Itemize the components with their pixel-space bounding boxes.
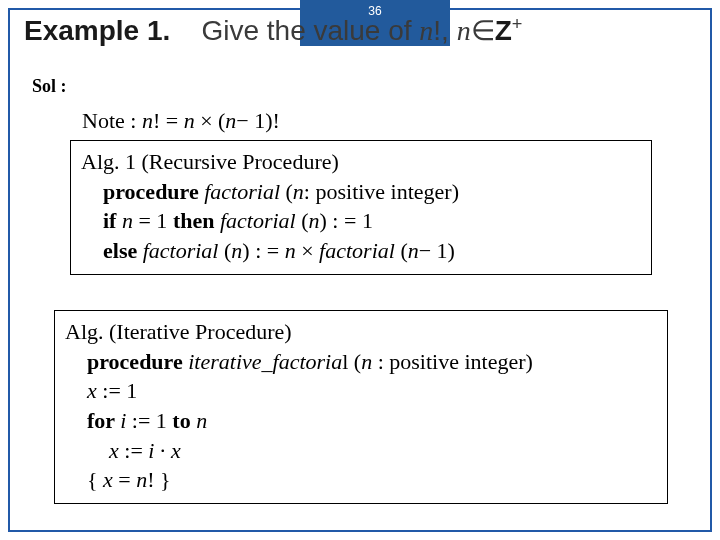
alg2-line1: procedure iterative_factorial (n : posit… (65, 347, 657, 377)
alg2-line2: x := 1 (65, 376, 657, 406)
alg2-line4: x := i · x (65, 436, 657, 466)
alg1-line1: procedure factorial (n: positive integer… (81, 177, 641, 207)
note-line: Note : n! = n × (n− 1)! (82, 108, 280, 134)
slide-title: Example 1. Give the value of n!, n∈Z+ (24, 14, 522, 47)
algorithm-2-box: Alg. (Iterative Procedure) procedure ite… (54, 310, 668, 504)
alg1-heading: Alg. 1 (Recursive Procedure) (81, 147, 641, 177)
title-text: Give the value of (201, 15, 419, 46)
algorithm-1-box: Alg. 1 (Recursive Procedure) procedure f… (70, 140, 652, 275)
alg2-line5: { x = n! } (65, 465, 657, 495)
alg1-line2: if n = 1 then factorial (n) : = 1 (81, 206, 641, 236)
alg2-heading: Alg. (Iterative Procedure) (65, 317, 657, 347)
example-label: Example 1. (24, 15, 170, 46)
solution-label: Sol : (32, 76, 67, 97)
alg2-line3: for i := 1 to n (65, 406, 657, 436)
alg1-line3: else factorial (n) : = n × factorial (n−… (81, 236, 641, 266)
